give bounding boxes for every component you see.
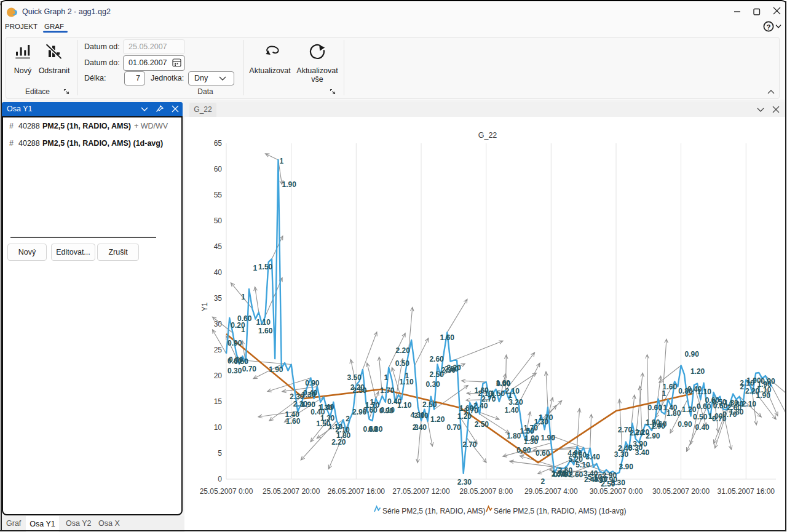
svg-text:1.30: 1.30 (301, 391, 316, 399)
svg-text:G_22: G_22 (478, 131, 497, 140)
svg-text:30.05.2007 20:00: 30.05.2007 20:00 (652, 487, 710, 496)
svg-text:1: 1 (370, 398, 374, 407)
svg-text:4.90: 4.90 (568, 449, 582, 458)
svg-text:35: 35 (214, 294, 223, 303)
svg-text:2.20: 2.20 (350, 383, 365, 392)
svg-text:26.05.2007 16:00: 26.05.2007 16:00 (328, 487, 386, 496)
svg-text:27.05.2007 12:00: 27.05.2007 12:00 (392, 487, 450, 496)
svg-text:1.10: 1.10 (697, 387, 712, 396)
svg-text:2.50: 2.50 (475, 420, 489, 429)
svg-text:15: 15 (214, 397, 223, 406)
svg-text:1.30: 1.30 (724, 399, 738, 407)
svg-text:1.80: 1.80 (666, 409, 681, 418)
svg-text:1.90: 1.90 (541, 434, 556, 442)
svg-text:0.30: 0.30 (425, 380, 440, 389)
svg-text:0: 0 (218, 475, 222, 483)
svg-text:Série PM2,5 (1h, RADIO, AMS) (: Série PM2,5 (1h, RADIO, AMS) (1d-avg) (494, 507, 626, 515)
svg-text:60: 60 (214, 165, 223, 173)
svg-text:0.90: 0.90 (516, 446, 531, 455)
svg-text:1.30: 1.30 (524, 437, 539, 446)
svg-text:0.70: 0.70 (446, 423, 461, 432)
svg-text:50: 50 (214, 216, 223, 225)
svg-text:2.20: 2.20 (331, 438, 346, 447)
svg-text:0.90: 0.90 (227, 339, 242, 347)
svg-text:1: 1 (253, 264, 257, 272)
svg-text:4.30: 4.30 (410, 411, 425, 419)
svg-text:Y1: Y1 (200, 302, 209, 311)
svg-text:3.30: 3.30 (611, 478, 626, 487)
svg-text:1.50: 1.50 (258, 263, 273, 271)
svg-text:2.60: 2.60 (429, 355, 444, 363)
svg-text:2.10: 2.10 (742, 400, 757, 408)
svg-text:1: 1 (405, 371, 409, 380)
svg-text:3.20: 3.20 (508, 398, 523, 407)
svg-text:20: 20 (214, 371, 223, 380)
svg-text:2.90: 2.90 (646, 432, 660, 440)
svg-text:1.60: 1.60 (474, 386, 489, 395)
svg-text:1.40: 1.40 (285, 410, 300, 419)
svg-text:29.05.2007 4:00: 29.05.2007 4:00 (524, 487, 578, 496)
svg-text:1.20: 1.20 (690, 367, 705, 376)
svg-text:1.60: 1.60 (496, 379, 510, 387)
svg-text:?: ? (766, 23, 770, 31)
svg-text:5.10: 5.10 (575, 461, 590, 469)
svg-text:3.50: 3.50 (347, 373, 362, 382)
svg-text:1.10: 1.10 (256, 318, 271, 327)
svg-text:1.60: 1.60 (440, 333, 455, 342)
svg-text:55: 55 (214, 191, 223, 199)
svg-text:1.90: 1.90 (282, 180, 297, 189)
svg-text:1.30: 1.30 (318, 403, 333, 412)
svg-text:2: 2 (346, 415, 350, 423)
svg-text:0.90: 0.90 (685, 350, 700, 359)
svg-text:1.10: 1.10 (397, 401, 412, 410)
svg-text:3.40: 3.40 (635, 448, 650, 457)
svg-text:3.30: 3.30 (614, 450, 629, 459)
svg-text:40: 40 (214, 268, 223, 277)
svg-text:3.90: 3.90 (619, 463, 634, 471)
svg-text:1.80: 1.80 (729, 408, 744, 416)
svg-text:1.80: 1.80 (507, 432, 521, 440)
svg-text:2.20: 2.20 (396, 346, 411, 355)
svg-text:0.40: 0.40 (695, 423, 710, 432)
svg-text:1.70: 1.70 (539, 413, 553, 422)
svg-text:0.60: 0.60 (237, 314, 252, 323)
svg-text:2.60: 2.60 (569, 470, 583, 479)
svg-text:5: 5 (218, 449, 222, 458)
svg-text:0.60: 0.60 (652, 420, 667, 429)
svg-text:0.50: 0.50 (693, 413, 708, 421)
svg-text:0.90: 0.90 (761, 377, 775, 386)
svg-text:0.90: 0.90 (678, 420, 692, 429)
svg-text:65: 65 (214, 139, 223, 148)
svg-text:1.50: 1.50 (491, 389, 505, 398)
svg-text:2.10: 2.10 (505, 387, 520, 395)
svg-text:1: 1 (280, 157, 284, 165)
svg-text:0.80: 0.80 (368, 425, 383, 434)
svg-text:28.05.2007 8:00: 28.05.2007 8:00 (459, 487, 513, 496)
svg-text:0.30: 0.30 (227, 367, 242, 375)
svg-text:0.50: 0.50 (395, 359, 410, 368)
svg-text:1: 1 (384, 373, 388, 382)
svg-text:1.90: 1.90 (269, 365, 283, 374)
svg-text:Série PM2,5 (1h, RADIO, AMS): Série PM2,5 (1h, RADIO, AMS) (382, 507, 485, 515)
svg-text:0.90: 0.90 (305, 379, 320, 387)
svg-text:45: 45 (214, 242, 223, 251)
svg-text:10: 10 (214, 423, 223, 432)
svg-text:2.70: 2.70 (462, 440, 477, 449)
svg-text:1: 1 (241, 293, 245, 301)
svg-text:1.90: 1.90 (756, 391, 771, 400)
svg-text:2.50: 2.50 (422, 400, 437, 409)
svg-text:3.40: 3.40 (586, 453, 601, 461)
svg-text:2.40: 2.40 (413, 423, 427, 432)
svg-text:0.90: 0.90 (379, 407, 394, 415)
svg-text:2: 2 (541, 477, 545, 486)
svg-text:1.60: 1.60 (258, 327, 273, 335)
svg-text:25: 25 (214, 346, 223, 354)
svg-text:25.05.2007 0:00: 25.05.2007 0:00 (200, 487, 253, 496)
svg-text:0.70: 0.70 (242, 365, 257, 373)
svg-text:3.90: 3.90 (633, 440, 647, 448)
svg-text:0.60: 0.60 (648, 403, 663, 412)
svg-text:1.40: 1.40 (505, 406, 520, 415)
svg-text:25.05.2007 20:00: 25.05.2007 20:00 (263, 487, 320, 496)
svg-text:31.05.2007 16:00: 31.05.2007 16:00 (718, 487, 775, 496)
svg-text:2.10: 2.10 (335, 426, 350, 434)
